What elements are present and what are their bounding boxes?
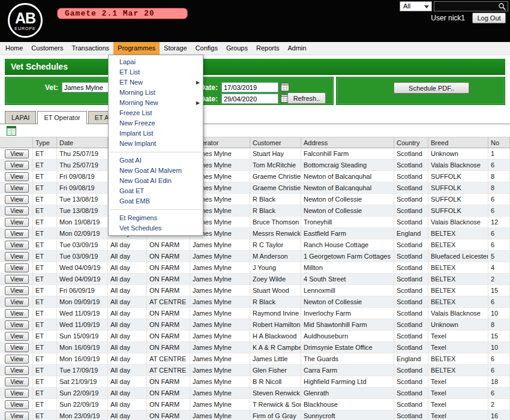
- menu-item-vet-schedules[interactable]: Vet Schedules: [109, 223, 203, 233]
- cell-address: Ranch House Cottage: [301, 239, 394, 251]
- column-header[interactable]: Date: [57, 137, 108, 148]
- menubar-item-admin[interactable]: Admin: [284, 42, 311, 55]
- view-button[interactable]: View: [5, 172, 29, 181]
- menubar-item-groups[interactable]: Groups: [222, 42, 252, 55]
- menu-item-new-freeze[interactable]: New Freeze: [109, 118, 203, 128]
- table-row: ViewETTue 03/09/19All dayON FARMJames My…: [0, 239, 510, 251]
- table-row: ViewETMon 02/09/19All dayAT CENTREJames …: [0, 228, 510, 239]
- cell-type: ET: [33, 228, 57, 239]
- cell-time: All day: [108, 376, 147, 388]
- cell-type: ET: [33, 285, 57, 296]
- menu-item-goat-ai[interactable]: Goat AI: [109, 155, 203, 166]
- menu-item-goat-et[interactable]: Goat ET: [109, 186, 203, 196]
- logout-button[interactable]: Log Out: [472, 13, 506, 23]
- cell-breed: SUFFOLK: [428, 182, 488, 194]
- calendar-icon[interactable]: [281, 83, 289, 93]
- column-header[interactable]: Customer: [250, 137, 301, 148]
- view-button[interactable]: View: [5, 263, 29, 272]
- schedule-table: TypeDateOperatorCustomerAddressCountryBr…: [0, 137, 510, 420]
- menubar-item-storage[interactable]: Storage: [160, 42, 191, 55]
- view-button[interactable]: View: [5, 149, 29, 158]
- column-header[interactable]: Type: [33, 137, 57, 148]
- from-date-input[interactable]: [221, 82, 278, 92]
- cell-country: Scotland: [394, 274, 428, 285]
- view-cell: View: [0, 410, 33, 420]
- view-button[interactable]: View: [5, 206, 29, 215]
- menu-item-morning-list[interactable]: Morning List: [109, 88, 203, 98]
- schedule-pdf-button[interactable]: Schedule PDF..: [394, 82, 469, 94]
- view-button[interactable]: View: [5, 161, 29, 170]
- cell-operator: James Mylne: [190, 319, 250, 331]
- refresh-button[interactable]: Refresh..: [287, 92, 326, 104]
- view-button[interactable]: View: [5, 195, 29, 204]
- menu-item-freeze-list[interactable]: Freeze List: [109, 108, 203, 118]
- view-button[interactable]: View: [5, 298, 29, 307]
- menu-item-morning-new[interactable]: Morning New▶: [109, 98, 203, 108]
- cell-customer: Glen Fisher: [250, 365, 301, 376]
- view-button[interactable]: View: [5, 275, 29, 284]
- menu-item-goat-emb[interactable]: Goat EMB: [109, 196, 203, 206]
- menubar-item-reports[interactable]: Reports: [252, 42, 284, 55]
- column-header[interactable]: Country: [394, 137, 428, 148]
- cell-location: ON FARM: [147, 342, 190, 353]
- export-excel-icon[interactable]: [7, 126, 16, 136]
- view-button[interactable]: View: [5, 320, 29, 329]
- menubar-item-configs[interactable]: Configs: [191, 42, 222, 55]
- menu-item-new-goat-ai-malvern[interactable]: New Goat AI Malvern: [109, 166, 203, 176]
- view-button[interactable]: View: [5, 286, 29, 295]
- cell-breed: Valais Blacknose: [428, 217, 488, 228]
- search-icon[interactable]: [498, 2, 506, 13]
- menubar-item-transactions[interactable]: Transactions: [68, 42, 114, 55]
- column-header[interactable]: Breed: [428, 137, 488, 148]
- menu-item-et-regimens[interactable]: Et Regimens: [109, 213, 203, 223]
- view-button[interactable]: View: [5, 412, 29, 420]
- view-button[interactable]: View: [5, 218, 29, 227]
- cell-country: Scotland: [394, 331, 428, 342]
- search-input[interactable]: [435, 2, 497, 10]
- view-button[interactable]: View: [5, 343, 29, 352]
- cell-breed: Texel: [428, 410, 488, 420]
- column-header[interactable]: [0, 137, 33, 148]
- menubar-item-customers[interactable]: Customers: [27, 42, 67, 55]
- view-cell: View: [0, 388, 33, 399]
- view-button[interactable]: View: [5, 355, 29, 364]
- menubar-item-home[interactable]: Home: [1, 42, 27, 55]
- cell-location: ON FARM: [147, 285, 190, 296]
- column-header[interactable]: No: [488, 137, 510, 148]
- cell-customer: Steven Renwick: [250, 388, 301, 399]
- view-button[interactable]: View: [5, 241, 29, 250]
- cell-type: ET: [33, 308, 57, 319]
- cell-country: Scotland: [394, 182, 428, 194]
- view-button[interactable]: View: [5, 252, 29, 261]
- cell-operator: James Mylne: [190, 365, 250, 376]
- view-button[interactable]: View: [5, 366, 29, 375]
- menu-item-implant-list[interactable]: Implant List: [109, 128, 203, 139]
- view-button[interactable]: View: [5, 400, 29, 409]
- cell-type: ET: [33, 160, 57, 171]
- scope-select[interactable]: All: [400, 1, 432, 11]
- menubar-item-programmes[interactable]: Programmes: [113, 42, 160, 55]
- cell-type: ET: [33, 274, 57, 285]
- view-button[interactable]: View: [5, 332, 29, 341]
- tab-et-operator[interactable]: ET Operator: [37, 111, 86, 124]
- cell-breed: Texel: [428, 376, 488, 388]
- view-button[interactable]: View: [5, 309, 29, 318]
- cell-type: ET: [33, 399, 57, 410]
- view-button[interactable]: View: [5, 389, 29, 398]
- cell-date: Wed 11/09/19: [57, 308, 108, 319]
- to-date-input[interactable]: [221, 94, 278, 104]
- menu-item-et-list[interactable]: ET List: [109, 67, 203, 77]
- programmes-dropdown: LapaiET ListET New▶Morning ListMorning N…: [108, 55, 203, 236]
- menu-item-new-implant[interactable]: New Implant: [109, 139, 203, 149]
- view-button[interactable]: View: [5, 229, 29, 238]
- column-header[interactable]: Address: [301, 137, 394, 148]
- view-button[interactable]: View: [5, 377, 29, 386]
- cell-date: Tue 17/09/19: [57, 365, 108, 376]
- cell-address: Falconhill Farm: [301, 148, 394, 160]
- menu-item-et-new[interactable]: ET New▶: [109, 77, 203, 88]
- menu-item-label: ET List: [119, 68, 140, 76]
- menu-item-lapai[interactable]: Lapai: [109, 57, 203, 67]
- menu-item-new-goat-ai-edin[interactable]: New Goat AI Edin: [109, 176, 203, 186]
- tab-lapai[interactable]: LAPAI: [5, 111, 36, 124]
- view-button[interactable]: View: [5, 184, 29, 193]
